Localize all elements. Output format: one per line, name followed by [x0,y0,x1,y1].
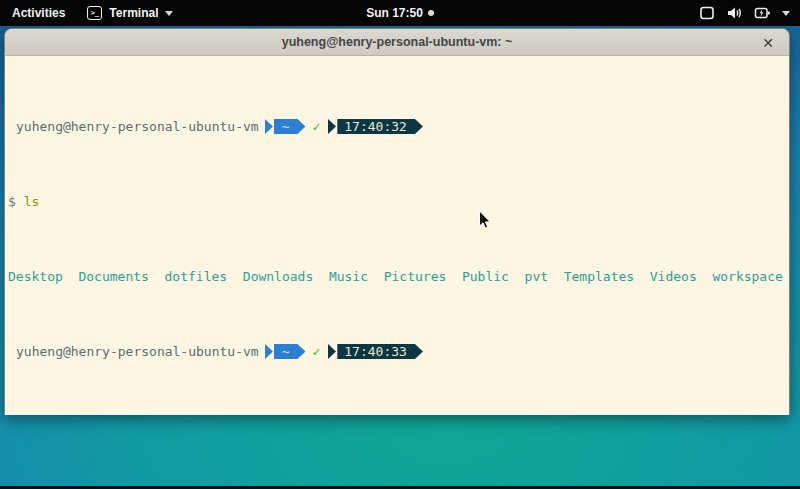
window-titlebar[interactable]: yuheng@henry-personal-ubuntu-vm: ~ ✕ [5,29,789,56]
activities-button[interactable]: Activities [0,0,77,26]
clock-label: Sun 17:50 [366,6,423,20]
prompt-time-badge: 17:40:33 [328,344,423,359]
notification-dot [428,10,434,16]
window-title: yuheng@henry-personal-ubuntu-vm: ~ [282,35,513,49]
system-status-area[interactable] [689,0,800,26]
battery-charging-icon [754,6,771,20]
powerline-arrow-icon [265,344,273,359]
prompt-symbol: $ [8,194,16,209]
close-button[interactable]: ✕ [756,29,780,56]
chevron-down-icon [782,11,790,16]
ls-output: Desktop Documents dotfiles Downloads Mus… [8,269,789,284]
app-menu-label: Terminal [109,6,158,20]
prompt-user: yuheng@henry-personal-ubuntu-vm [8,344,259,359]
prompt-time-badge: 17:40:32 [328,119,423,134]
command-line: $ ls [8,194,789,209]
prompt-dir-badge: ~ [265,344,306,359]
screen-share-icon [699,6,715,20]
powerline-arrow-icon [328,344,336,359]
clock-button[interactable]: Sun 17:50 [366,6,434,20]
prompt-line: yuheng@henry-personal-ubuntu-vm ~ ✓ 17:4… [8,119,789,134]
powerline-arrow-icon [265,119,273,134]
terminal-icon: >_ [87,6,102,20]
check-icon: ✓ [312,119,320,134]
prompt-user: yuheng@henry-personal-ubuntu-vm [8,119,259,134]
check-icon: ✓ [312,344,320,359]
volume-icon [726,6,743,20]
terminal-content[interactable]: yuheng@henry-personal-ubuntu-vm ~ ✓ 17:4… [5,56,789,415]
prompt-dir-badge: ~ [265,119,306,134]
chevron-down-icon [165,11,173,16]
typed-command: ls [24,194,40,209]
terminal-window: yuheng@henry-personal-ubuntu-vm: ~ ✕ yuh… [4,28,790,415]
powerline-arrow-icon [328,119,336,134]
app-menu-terminal[interactable]: >_ Terminal [77,0,183,26]
top-bar: Activities >_ Terminal Sun 17:50 [0,0,800,26]
prompt-line: yuheng@henry-personal-ubuntu-vm ~ ✓ 17:4… [8,344,789,359]
